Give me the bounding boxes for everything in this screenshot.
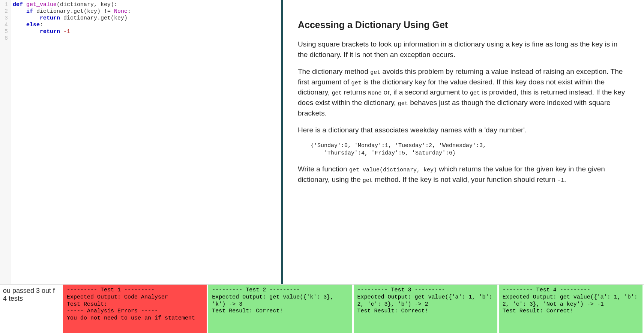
inline-code: get [398,100,408,107]
inline-code: get [470,90,480,96]
doc-paragraph: Here is a dictionary that associates wee… [298,125,629,135]
line-number: 1 [0,2,10,8]
inline-code: get [363,177,373,184]
doc-text: method. If the key is not valid, your fu… [373,176,557,183]
code-line[interactable]: else: [13,22,279,28]
inline-code: get [351,80,362,86]
inline-code: get [370,69,380,76]
code-line[interactable]: return dictionary.get(key) [13,15,279,22]
doc-text: returns [342,88,368,96]
doc-text: or, if a second argument to [381,88,470,96]
code-line[interactable] [13,35,279,42]
instructions-pane: Accessing a Dictionary Using Get Using s… [283,0,644,284]
inline-code: get_value(dictionary, key) [349,167,437,173]
line-number: 3 [0,15,10,22]
code-line[interactable]: return -1 [13,28,279,35]
code-line[interactable]: if dictionary.get(key) != None: [13,8,279,15]
test-card-4: --------- Test 4 --------- Expected Outp… [499,285,642,333]
inline-code: -1 [557,177,564,184]
line-number: 2 [0,8,10,15]
code-editor-pane: 123456 def get_value(dictionary, key): i… [0,0,281,284]
test-results-panel: ou passed 3 out f 4 tests --------- Test… [0,284,644,333]
doc-text: The dictionary method [298,68,370,75]
test-card-3: --------- Test 3 --------- Expected Outp… [354,285,497,333]
code-line[interactable]: def get_value(dictionary, key): [13,2,279,8]
test-card-2: --------- Test 2 --------- Expected Outp… [208,285,352,333]
line-number: 5 [0,28,10,35]
doc-title: Accessing a Dictionary Using Get [298,18,629,32]
test-summary: ou passed 3 out f 4 tests [0,285,63,333]
inline-code: None [368,90,381,96]
doc-paragraph: The dictionary method get avoids this pr… [298,66,629,118]
doc-paragraph: Using square brackets to look up informa… [298,39,629,60]
code-block: {'Sunday':0, 'Monday':1, 'Tuesday':2, 'W… [311,142,629,158]
doc-text: Write a function [298,165,349,173]
test-cards-container: --------- Test 1 --------- Expected Outp… [63,285,644,333]
line-number: 4 [0,22,10,28]
test-card-1: --------- Test 1 --------- Expected Outp… [63,285,207,333]
doc-text: . [564,176,566,183]
inline-code: get [332,90,342,96]
line-number: 6 [0,35,10,42]
doc-paragraph: Write a function get_value(dictionary, k… [298,164,629,184]
code-editor[interactable]: def get_value(dictionary, key): if dicti… [11,0,281,284]
line-number-gutter: 123456 [0,0,11,284]
